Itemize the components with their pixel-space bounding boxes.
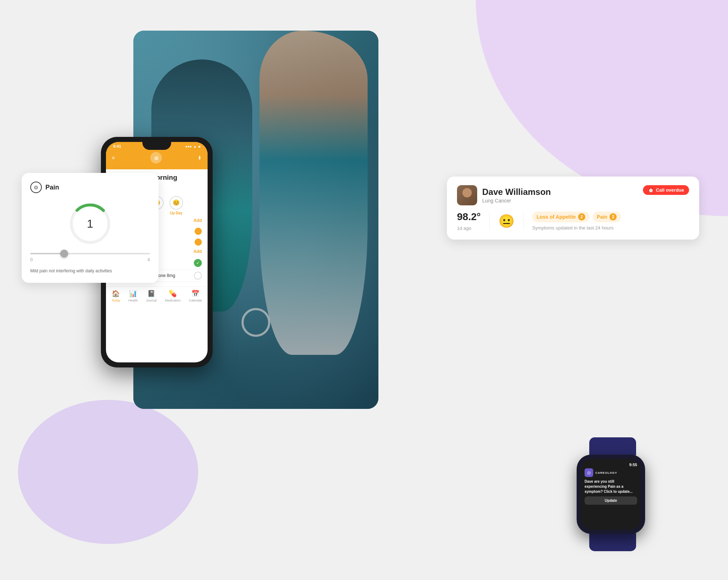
watch-screen: 9:55 ◎ CAREOLOGY Dave are you still expe… [581,459,641,530]
today-icon: 🏠 [112,290,120,298]
watch-band-bottom [589,533,636,551]
patient-condition: Lung Cancer [482,198,551,204]
pain-min-label: 0 [30,257,33,262]
patient-temp-container: 98.2° 1d ago [457,211,481,231]
watch-time: 9:55 [629,463,637,467]
pain-icon-symbol: ⊙ [34,184,38,190]
phone-download-icon[interactable]: ⬇ [197,155,202,161]
watch-logo-icon: ◎ [587,470,591,475]
watch-message: Dave are you still experiencing Pain as … [585,479,637,494]
patient-temperature: 98.2° [457,211,481,223]
symptom-count-2: 2 [609,213,617,220]
watch-band-top [589,437,636,455]
pain-slider-thumb[interactable] [60,250,68,258]
wifi-icon: ▲ [193,144,197,148]
battery-icon: ■ [198,144,200,148]
pain-slider-track [30,253,150,254]
symptom-tag-loss-of-appetite[interactable]: Loss of Appetite 2 [532,211,590,222]
watch-app-row: ◎ CAREOLOGY [585,468,637,477]
up-day-label: Up Day [170,211,182,215]
calendar-icon: 📅 [191,290,199,298]
symptom-tag-pain[interactable]: Pain 2 [592,211,621,222]
phone-ts-dot-2 [195,238,202,246]
pain-gauge-container: 1 [30,200,150,247]
phone-nav-medication-label: Medication [165,299,181,302]
phone-med-check-2[interactable] [194,272,202,280]
clock-icon: ⏰ [648,187,654,193]
phone-notch [142,142,171,150]
patient-stats-row: 98.2° 1d ago 😐 Loss of Appetite 2 Pain 2… [457,211,689,231]
patient-time-ago: 1d ago [457,226,481,231]
phone-nav-medication[interactable]: 💊 Medication [165,290,181,302]
pain-slider[interactable]: 0 4 [30,253,150,262]
pain-value: 1 [87,217,93,231]
phone-nav-calendar-label: Calendar [189,299,202,302]
pain-description: Mild pain not interfering with daily act… [30,268,150,274]
pain-slider-labels: 0 4 [30,257,150,262]
patient-avatar [457,185,477,205]
pain-max-label: 4 [147,257,150,262]
symptom-count-1: 2 [578,213,585,220]
symptom-item-3[interactable]: 😊 Up Day [169,196,183,215]
patient-symptoms: Loss of Appetite 2 Pain 2 Symptoms updat… [532,211,689,231]
patient-details: Dave Williamson Lung Cancer [482,187,551,204]
signal-icon: ●●● [185,144,192,148]
journal-icon: 📓 [147,290,155,298]
pain-card: ⊙ Pain 1 0 4 Mild pain not interfering w… [22,173,159,283]
phone-nav-health-label: Health [128,299,138,302]
call-overdue-text: Call overdue [656,187,684,193]
phone-med-check-1[interactable]: ✓ [194,259,202,267]
pain-icon: ⊙ [30,182,42,193]
phone-nav-calendar[interactable]: 📅 Calendar [189,290,202,302]
patient-face-emoji: 😐 [498,214,515,229]
symptom-label-1: Loss of Appetite [537,214,576,220]
watch-app-name: CAREOLOGY [595,471,617,474]
symptom-tags: Loss of Appetite 2 Pain 2 [532,211,689,222]
pain-card-title: Pain [45,184,59,191]
blob-bottom-left [18,400,198,544]
watch-update-button[interactable]: Update [585,496,637,505]
symptom-label-2: Pain [597,214,608,220]
patient-info-row: Dave Williamson Lung Cancer [457,185,551,205]
phone-nav-today[interactable]: 🏠 Today [111,290,120,302]
pain-gauge: 1 [67,200,114,247]
patient-figure [259,31,368,355]
patient-update-text: Symptoms updated in the last 24 hours [532,225,689,231]
symptom-circle-3: 😊 [169,196,183,210]
patient-card: Dave Williamson Lung Cancer ⏰ Call overd… [447,177,699,240]
patient-name: Dave Williamson [482,187,551,197]
medication-icon: 💊 [169,290,177,298]
health-icon: 📊 [129,290,137,298]
phone-header: ≡ ◎ ⬇ [106,149,208,169]
phone-nav-health[interactable]: 📊 Health [128,290,138,302]
phone-logo: ◎ [150,152,162,164]
phone-ts-dot-1 [195,228,202,235]
watch-body: 9:55 ◎ CAREOLOGY Dave are you still expe… [577,455,645,534]
phone-bottom-nav: 🏠 Today 📊 Health 📓 Journal 💊 Medication … [106,286,208,304]
call-overdue-badge[interactable]: ⏰ Call overdue [643,185,689,195]
watch-mockup: 9:55 ◎ CAREOLOGY Dave are you still expe… [577,437,649,551]
phone-nav-today-label: Today [111,299,120,302]
phone-time: 9:41 [113,144,121,148]
phone-menu-icon[interactable]: ≡ [112,155,115,161]
stat-divider [489,212,490,230]
watch-app-icon: ◎ [585,468,593,477]
stat-divider-2 [523,212,524,230]
phone-nav-journal[interactable]: 📓 Journal [146,290,157,302]
patient-card-header: Dave Williamson Lung Cancer ⏰ Call overd… [457,185,689,205]
phone-nav-journal-label: Journal [146,299,157,302]
stethoscope-decoration [241,308,270,337]
watch-status-bar: 9:55 [585,463,637,467]
